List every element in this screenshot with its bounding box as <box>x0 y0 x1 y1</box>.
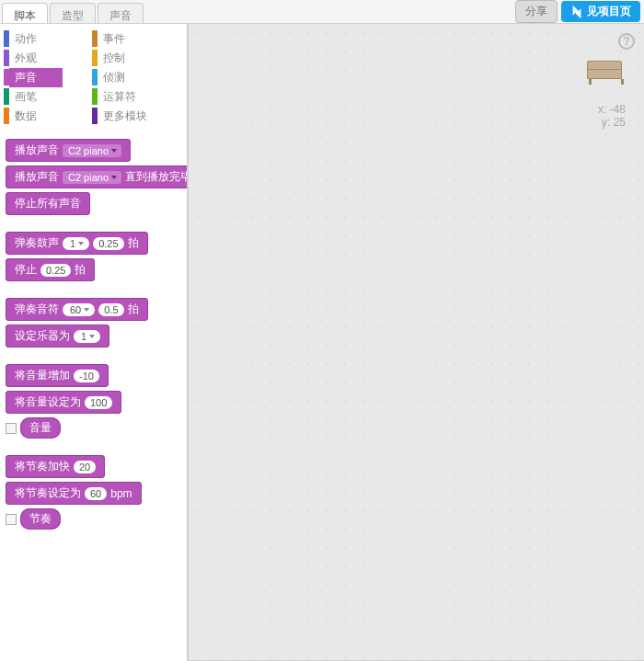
note-input[interactable]: 60 <box>63 303 95 316</box>
block-set-instrument[interactable]: 设定乐器为 1 <box>6 325 109 348</box>
category-color-swatch <box>92 69 98 85</box>
block-label: 将节奏设定为 <box>15 485 81 501</box>
value-input[interactable]: -10 <box>74 370 99 382</box>
category-label: 控制 <box>103 51 125 66</box>
sprite-coords: x: -48 y: 25 <box>598 103 626 129</box>
beats-input[interactable]: 0.25 <box>40 264 71 277</box>
tabs: 脚本 造型 声音 <box>2 0 145 23</box>
block-label: 弹奏音符 <box>15 302 59 317</box>
category-label: 数据 <box>15 108 37 124</box>
topbar-right: 分享 见项目页 <box>515 0 644 23</box>
reporter-tempo[interactable]: 节奏 <box>20 508 61 530</box>
category-3[interactable]: 控制 <box>92 49 180 67</box>
caret-icon <box>84 308 89 312</box>
category-color-swatch <box>92 50 98 66</box>
block-label: 停止所有声音 <box>15 196 81 211</box>
category-color-swatch <box>92 88 98 105</box>
project-page-button[interactable]: 见项目页 <box>561 1 640 22</box>
caret-icon <box>89 335 95 338</box>
block-play-sound-until[interactable]: 播放声音 C2 piano 直到播放完毕 <box>6 165 188 188</box>
block-label: bpm <box>110 487 132 500</box>
value-input[interactable]: 100 <box>85 396 112 409</box>
topbar: 脚本 造型 声音 分享 见项目页 <box>0 0 644 24</box>
drum-input[interactable]: 1 <box>63 237 89 250</box>
category-4[interactable]: 声音 <box>4 68 92 86</box>
category-9[interactable]: 更多模块 <box>92 107 180 125</box>
category-color-swatch <box>4 30 9 47</box>
category-7[interactable]: 运算符 <box>92 87 180 106</box>
sound-dropdown[interactable]: C2 piano <box>63 171 121 184</box>
block-label: 设定乐器为 <box>15 328 70 344</box>
block-stop-all-sounds[interactable]: 停止所有声音 <box>6 192 90 215</box>
block-label: 播放声音 <box>15 142 59 158</box>
category-color-swatch <box>92 108 98 124</box>
instrument-input[interactable]: 1 <box>74 330 100 343</box>
sprite-thumbnail[interactable] <box>587 61 626 86</box>
category-color-swatch <box>92 30 98 47</box>
block-set-volume[interactable]: 将音量设定为 100 <box>6 391 121 414</box>
category-label: 外观 <box>15 51 37 66</box>
value-input[interactable]: 20 <box>74 461 96 473</box>
volume-monitor-checkbox[interactable] <box>6 423 17 434</box>
help-icon[interactable]: ? <box>618 33 635 50</box>
blocks-palette: 播放声音 C2 piano 播放声音 C2 piano 直到播放完毕 停止所有声… <box>0 131 187 553</box>
block-play-note[interactable]: 弹奏音符 60 0.5 拍 <box>6 298 148 321</box>
block-label: 将节奏加快 <box>15 459 70 474</box>
category-color-swatch <box>4 108 9 124</box>
reporter-volume[interactable]: 音量 <box>20 417 61 439</box>
category-label: 事件 <box>103 31 125 47</box>
project-page-label: 见项目页 <box>587 4 631 19</box>
block-change-volume[interactable]: 将音量增加 -10 <box>6 364 109 387</box>
remix-icon <box>570 6 583 18</box>
block-label: 停止 <box>15 262 37 278</box>
category-label: 动作 <box>15 31 37 47</box>
share-button[interactable]: 分享 <box>515 0 558 23</box>
category-0[interactable]: 动作 <box>4 29 92 48</box>
block-set-tempo[interactable]: 将节奏设定为 60 bpm <box>6 482 142 505</box>
category-8[interactable]: 数据 <box>4 107 92 125</box>
block-play-drum[interactable]: 弹奏鼓声 1 0.25 拍 <box>6 232 148 255</box>
tab-scripts[interactable]: 脚本 <box>2 3 48 23</box>
block-label: 播放声音 <box>15 169 59 185</box>
value-input[interactable]: 60 <box>85 487 107 500</box>
category-color-swatch <box>4 50 9 66</box>
block-play-sound[interactable]: 播放声音 C2 piano <box>6 139 131 162</box>
block-change-tempo[interactable]: 将节奏加快 20 <box>6 455 105 478</box>
category-1[interactable]: 事件 <box>92 29 180 48</box>
beats-input[interactable]: 0.5 <box>98 303 123 316</box>
category-color-swatch <box>4 88 9 105</box>
block-label: 拍 <box>128 235 139 251</box>
scripts-canvas[interactable]: ? x: -48 y: 25 <box>188 24 644 661</box>
category-label: 更多模块 <box>103 108 147 124</box>
category-2[interactable]: 外观 <box>4 49 92 67</box>
category-label: 画笔 <box>15 89 37 105</box>
block-label: 直到播放完毕 <box>125 169 188 185</box>
beats-input[interactable]: 0.25 <box>93 237 123 250</box>
cabinet-icon <box>587 61 622 79</box>
block-label: 拍 <box>75 262 86 278</box>
tab-sounds[interactable]: 声音 <box>98 3 144 23</box>
category-label: 运算符 <box>103 89 136 105</box>
category-6[interactable]: 画笔 <box>4 87 92 106</box>
category-label: 侦测 <box>103 70 125 85</box>
block-label: 拍 <box>128 302 139 317</box>
sound-dropdown[interactable]: C2 piano <box>63 144 121 157</box>
block-label: 将音量增加 <box>15 368 70 383</box>
tempo-monitor-checkbox[interactable] <box>6 514 17 525</box>
main: 动作事件外观控制声音侦测画笔运算符数据更多模块 播放声音 C2 piano 播放… <box>0 24 644 661</box>
caret-icon <box>78 242 84 245</box>
caret-icon <box>111 176 117 179</box>
category-5[interactable]: 侦测 <box>92 68 180 86</box>
sidebar: 动作事件外观控制声音侦测画笔运算符数据更多模块 播放声音 C2 piano 播放… <box>0 24 188 661</box>
block-label: 将音量设定为 <box>15 394 81 410</box>
category-label: 声音 <box>9 68 63 87</box>
caret-icon <box>111 149 117 153</box>
tab-costumes[interactable]: 造型 <box>50 3 96 23</box>
block-label: 弹奏鼓声 <box>15 235 59 251</box>
block-rest[interactable]: 停止 0.25 拍 <box>6 258 95 281</box>
categories: 动作事件外观控制声音侦测画笔运算符数据更多模块 <box>0 24 187 131</box>
